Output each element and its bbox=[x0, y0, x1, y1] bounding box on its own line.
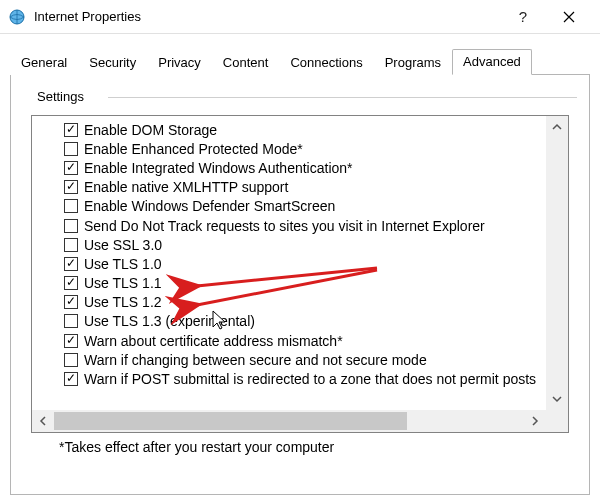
chevron-down-icon bbox=[552, 394, 562, 404]
settings-row[interactable]: Use TLS 1.2 bbox=[34, 293, 544, 312]
tab-programs[interactable]: Programs bbox=[374, 50, 452, 75]
vertical-scrollbar[interactable] bbox=[546, 116, 568, 410]
chevron-up-icon bbox=[552, 122, 562, 132]
settings-row[interactable]: Send Do Not Track requests to sites you … bbox=[34, 216, 544, 235]
settings-listbox: Enable DOM StorageEnable Enhanced Protec… bbox=[31, 115, 569, 433]
window-titlebar: Internet Properties ? bbox=[0, 0, 600, 34]
scrollbar-corner bbox=[546, 410, 568, 432]
checkbox[interactable] bbox=[64, 314, 78, 328]
tab-security[interactable]: Security bbox=[78, 50, 147, 75]
checkbox[interactable] bbox=[64, 372, 78, 386]
checkbox[interactable] bbox=[64, 142, 78, 156]
checkbox[interactable] bbox=[64, 199, 78, 213]
tab-label: General bbox=[21, 55, 67, 70]
tab-advanced[interactable]: Advanced bbox=[452, 49, 532, 75]
settings-row-label: Warn about certificate address mismatch* bbox=[84, 333, 343, 349]
scroll-up-button[interactable] bbox=[546, 116, 568, 138]
settings-row[interactable]: Warn if POST submittal is redirected to … bbox=[34, 369, 544, 388]
settings-row[interactable]: Enable native XMLHTTP support bbox=[34, 178, 544, 197]
tab-label: Security bbox=[89, 55, 136, 70]
settings-row-label: Enable DOM Storage bbox=[84, 122, 217, 138]
restart-footnote: *Takes effect after you restart your com… bbox=[59, 439, 569, 455]
groupbox-label: Settings bbox=[33, 89, 88, 104]
tab-connections[interactable]: Connections bbox=[279, 50, 373, 75]
settings-row[interactable]: Use TLS 1.3 (experimental) bbox=[34, 312, 544, 331]
checkbox[interactable] bbox=[64, 276, 78, 290]
settings-row-label: Use TLS 1.1 bbox=[84, 275, 162, 291]
tab-label: Privacy bbox=[158, 55, 201, 70]
checkbox[interactable] bbox=[64, 334, 78, 348]
close-icon bbox=[563, 11, 575, 23]
window-title: Internet Properties bbox=[34, 9, 500, 24]
scroll-left-button[interactable] bbox=[32, 410, 54, 432]
settings-row-label: Warn if changing between secure and not … bbox=[84, 352, 427, 368]
tab-content[interactable]: Content bbox=[212, 50, 280, 75]
settings-row[interactable]: Use SSL 3.0 bbox=[34, 235, 544, 254]
tab-label: Advanced bbox=[463, 54, 521, 69]
internet-options-icon bbox=[8, 8, 26, 26]
settings-row-label: Use SSL 3.0 bbox=[84, 237, 162, 253]
checkbox[interactable] bbox=[64, 353, 78, 367]
checkbox[interactable] bbox=[64, 219, 78, 233]
settings-row-label: Use TLS 1.3 (experimental) bbox=[84, 313, 255, 329]
settings-row[interactable]: Enable Windows Defender SmartScreen bbox=[34, 197, 544, 216]
horizontal-scroll-track[interactable] bbox=[54, 410, 524, 432]
tab-label: Content bbox=[223, 55, 269, 70]
groupbox-divider bbox=[108, 97, 577, 98]
settings-row-label: Enable native XMLHTTP support bbox=[84, 179, 288, 195]
settings-row[interactable]: Warn if changing between secure and not … bbox=[34, 350, 544, 369]
checkbox[interactable] bbox=[64, 295, 78, 309]
settings-row-label: Warn if POST submittal is redirected to … bbox=[84, 371, 536, 387]
vertical-scroll-track[interactable] bbox=[546, 138, 568, 388]
settings-row[interactable]: Use TLS 1.1 bbox=[34, 274, 544, 293]
settings-row-label: Send Do Not Track requests to sites you … bbox=[84, 218, 485, 234]
horizontal-scroll-thumb[interactable] bbox=[54, 412, 407, 430]
help-button[interactable]: ? bbox=[500, 0, 546, 34]
settings-row-label: Enable Windows Defender SmartScreen bbox=[84, 198, 335, 214]
settings-row-label: Use TLS 1.0 bbox=[84, 256, 162, 272]
scroll-down-button[interactable] bbox=[546, 388, 568, 410]
settings-row[interactable]: Enable Enhanced Protected Mode* bbox=[34, 139, 544, 158]
settings-row[interactable]: Warn about certificate address mismatch* bbox=[34, 331, 544, 350]
settings-row[interactable]: Use TLS 1.0 bbox=[34, 254, 544, 273]
tab-privacy[interactable]: Privacy bbox=[147, 50, 212, 75]
settings-row[interactable]: Enable Integrated Windows Authentication… bbox=[34, 158, 544, 177]
settings-row-label: Use TLS 1.2 bbox=[84, 294, 162, 310]
checkbox[interactable] bbox=[64, 180, 78, 194]
tab-body-advanced: Settings Enable DOM StorageEnable Enhanc… bbox=[10, 75, 590, 495]
checkbox[interactable] bbox=[64, 161, 78, 175]
tab-label: Programs bbox=[385, 55, 441, 70]
settings-row[interactable]: Enable DOM Storage bbox=[34, 120, 544, 139]
horizontal-scrollbar[interactable] bbox=[32, 410, 546, 432]
chevron-left-icon bbox=[38, 416, 48, 426]
settings-row-label: Enable Enhanced Protected Mode* bbox=[84, 141, 303, 157]
checkbox[interactable] bbox=[64, 123, 78, 137]
tabstrip: General Security Privacy Content Connect… bbox=[10, 48, 590, 75]
tab-label: Connections bbox=[290, 55, 362, 70]
settings-list[interactable]: Enable DOM StorageEnable Enhanced Protec… bbox=[32, 116, 546, 410]
tab-general[interactable]: General bbox=[10, 50, 78, 75]
settings-row-label: Enable Integrated Windows Authentication… bbox=[84, 160, 353, 176]
close-button[interactable] bbox=[546, 0, 592, 34]
chevron-right-icon bbox=[530, 416, 540, 426]
settings-groupbox: Settings Enable DOM StorageEnable Enhanc… bbox=[23, 89, 577, 463]
scroll-right-button[interactable] bbox=[524, 410, 546, 432]
checkbox[interactable] bbox=[64, 257, 78, 271]
checkbox[interactable] bbox=[64, 238, 78, 252]
